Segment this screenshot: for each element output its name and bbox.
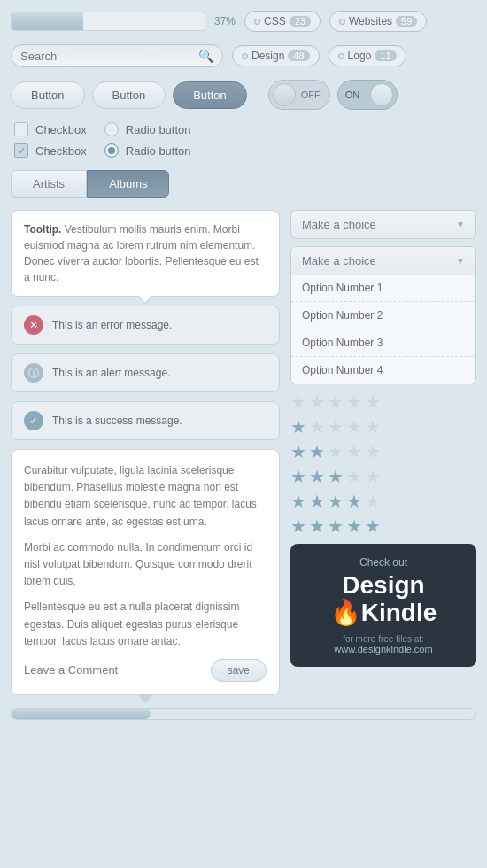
- tag-design-count: 48: [288, 50, 309, 61]
- search-input[interactable]: [20, 50, 193, 63]
- star-2-0[interactable]: ★: [290, 441, 306, 462]
- comment-para-2: Morbi ac commodo nulla. In condimentum o…: [24, 539, 267, 591]
- ad-checkout: Check out: [303, 556, 464, 569]
- progress-bar-wrap: [11, 12, 205, 31]
- star-row-5[interactable]: ★ ★ ★ ★ ★: [290, 515, 476, 537]
- radio-circle-2[interactable]: [104, 143, 119, 158]
- star-2-1[interactable]: ★: [309, 441, 325, 462]
- star-row-3[interactable]: ★ ★ ★ ★ ★: [290, 466, 476, 487]
- search-section: 🔍 Design 48 Logo 11: [11, 44, 476, 67]
- right-column: Make a choice ▼ Make a choice ▼ Option N…: [290, 210, 476, 695]
- star-3-4[interactable]: ★: [365, 466, 381, 487]
- dropdown-open-header[interactable]: Make a choice ▼: [291, 247, 475, 275]
- toggle-off[interactable]: OFF: [268, 80, 330, 110]
- error-text: This is an error message.: [52, 319, 172, 331]
- ad-logo-line1: Design: [342, 571, 424, 599]
- tab-artists[interactable]: Artists: [11, 170, 87, 198]
- check-radio-section: Checkbox ✓ Checkbox Radio button Radio b…: [11, 122, 476, 158]
- star-5-0[interactable]: ★: [290, 515, 306, 537]
- star-0-4[interactable]: ★: [365, 391, 381, 413]
- star-4-1[interactable]: ★: [309, 491, 325, 512]
- dropdown-option-3[interactable]: Option Number 3: [291, 329, 475, 357]
- star-4-3[interactable]: ★: [346, 491, 362, 512]
- tag-websites-label: Websites: [349, 15, 392, 27]
- star-2-4[interactable]: ★: [365, 441, 381, 462]
- ad-logo: Design 🔥Kindle: [303, 572, 464, 627]
- toggle-on[interactable]: ON: [337, 80, 398, 110]
- star-5-2[interactable]: ★: [328, 515, 344, 537]
- star-5-3[interactable]: ★: [346, 515, 362, 537]
- radio-2[interactable]: Radio button: [104, 143, 191, 158]
- buttons-section: Button Button Button OFF ON: [11, 80, 476, 110]
- alert-icon: ⓘ: [24, 363, 43, 383]
- star-0-2[interactable]: ★: [328, 391, 344, 413]
- star-1-0[interactable]: ★: [290, 416, 306, 438]
- radio-1[interactable]: Radio button: [104, 122, 191, 136]
- star-4-2[interactable]: ★: [328, 491, 344, 512]
- star-5-4[interactable]: ★: [365, 515, 381, 537]
- bottom-scrollbar[interactable]: [11, 708, 476, 720]
- checkbox-1[interactable]: Checkbox: [14, 122, 87, 136]
- tag-dot-4: [338, 53, 344, 59]
- success-text: This is a success message.: [52, 415, 182, 427]
- dropdown-closed-arrow-icon: ▼: [456, 220, 465, 229]
- star-1-4[interactable]: ★: [365, 416, 381, 438]
- star-row-2[interactable]: ★ ★ ★ ★ ★: [290, 441, 476, 462]
- save-button[interactable]: save: [211, 659, 267, 682]
- dropdown-option-2[interactable]: Option Number 2: [291, 302, 475, 329]
- alert-text: This is an alert message.: [52, 367, 170, 379]
- alert-message: ⓘ This is an alert message.: [11, 353, 280, 392]
- tag-logo-count: 11: [375, 50, 396, 61]
- tag-dot: [254, 19, 260, 25]
- star-row-4[interactable]: ★ ★ ★ ★ ★: [290, 491, 476, 512]
- checkmark-icon: ✓: [18, 145, 26, 157]
- dropdown-option-4[interactable]: Option Number 4: [291, 357, 475, 384]
- tag-websites[interactable]: Websites 59: [329, 11, 427, 32]
- dropdown-option-1[interactable]: Option Number 1: [291, 275, 475, 302]
- star-0-3[interactable]: ★: [346, 391, 362, 413]
- star-3-2[interactable]: ★: [328, 466, 344, 487]
- star-4-0[interactable]: ★: [290, 491, 306, 512]
- progress-bar-fill: [12, 12, 83, 30]
- star-0-1[interactable]: ★: [309, 391, 325, 413]
- comment-box: Curabitur vulputate, ligula lacinia scel…: [11, 449, 280, 695]
- star-3-0[interactable]: ★: [290, 466, 306, 487]
- ad-box[interactable]: Check out Design 🔥Kindle for more free f…: [290, 544, 476, 667]
- button-3[interactable]: Button: [173, 81, 247, 109]
- button-2[interactable]: Button: [92, 81, 166, 109]
- tag-logo[interactable]: Logo 11: [329, 45, 406, 66]
- star-5-1[interactable]: ★: [309, 515, 325, 537]
- success-icon: ✓: [24, 411, 43, 430]
- checkbox-2[interactable]: ✓ Checkbox: [14, 143, 87, 158]
- star-1-2[interactable]: ★: [328, 416, 344, 438]
- star-2-2[interactable]: ★: [328, 441, 344, 462]
- ad-tagline: for more free files at:: [303, 634, 464, 644]
- star-2-3[interactable]: ★: [346, 441, 362, 462]
- star-3-3[interactable]: ★: [346, 466, 362, 487]
- tag-dot-2: [339, 19, 345, 25]
- tag-design-label: Design: [251, 50, 284, 62]
- tooltip-box: Tooltip. Vestibulum mollis mauris enim. …: [11, 210, 280, 297]
- star-1-1[interactable]: ★: [309, 416, 325, 438]
- star-3-1[interactable]: ★: [309, 466, 325, 487]
- tag-css[interactable]: CSS 23: [244, 11, 321, 32]
- button-1[interactable]: Button: [11, 81, 85, 109]
- stars-section: ★ ★ ★ ★ ★ ★ ★ ★ ★ ★ ★ ★ ★ ★ ★ ★: [290, 391, 476, 537]
- tag-design[interactable]: Design 48: [232, 45, 320, 66]
- ad-logo-line2: Kindle: [361, 599, 437, 626]
- star-row-1[interactable]: ★ ★ ★ ★ ★: [290, 416, 476, 438]
- star-row-0[interactable]: ★ ★ ★ ★ ★: [290, 391, 476, 413]
- radio-column: Radio button Radio button: [104, 122, 191, 158]
- comment-tail: [137, 694, 153, 703]
- dropdown-options: Option Number 1 Option Number 2 Option N…: [291, 275, 475, 384]
- checkbox-box-1[interactable]: [14, 122, 28, 136]
- dropdown-closed-label: Make a choice: [302, 218, 376, 231]
- dropdown-closed[interactable]: Make a choice ▼: [290, 210, 476, 239]
- star-1-3[interactable]: ★: [346, 416, 362, 438]
- star-4-4[interactable]: ★: [365, 491, 381, 512]
- radio-circle-1[interactable]: [104, 122, 119, 136]
- checkbox-box-2[interactable]: ✓: [14, 143, 28, 158]
- star-0-0[interactable]: ★: [290, 391, 306, 413]
- tab-albums[interactable]: Albums: [87, 170, 169, 198]
- search-icon: 🔍: [198, 49, 213, 63]
